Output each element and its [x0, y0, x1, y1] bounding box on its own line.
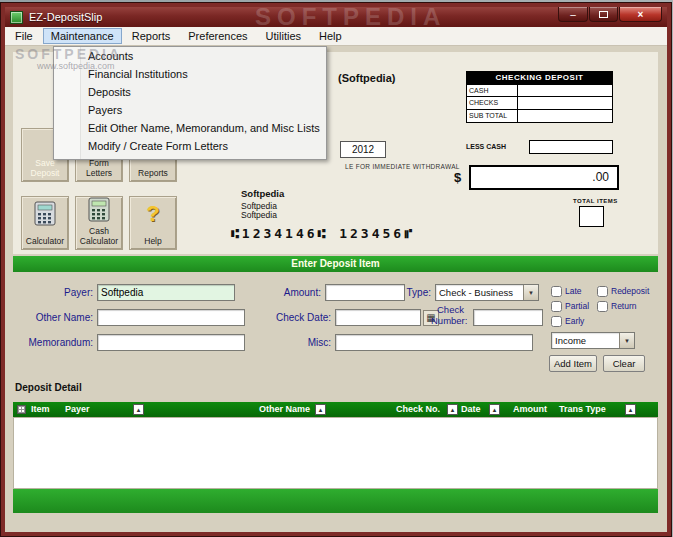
- check-number-label-line2: Number:: [431, 316, 467, 326]
- window-title: EZ-DepositSlip: [29, 11, 102, 23]
- category-dropdown-arrow-icon: ▼: [619, 333, 634, 348]
- slip-checks-label: CHECKS: [466, 97, 518, 110]
- check-number-label-line1: Check: [437, 305, 464, 315]
- type-select[interactable]: Check - Business ▼: [435, 284, 539, 301]
- menu-item-accounts[interactable]: Accounts: [54, 47, 326, 65]
- micr-line: ⑆1234146⑆ 123456⑈: [231, 226, 415, 241]
- slip-row-subtotal: SUB TOTAL: [466, 110, 613, 123]
- payer-label: Payer:: [5, 284, 93, 301]
- close-icon: ×: [638, 9, 644, 20]
- minimize-button[interactable]: –: [558, 7, 588, 22]
- early-checkbox[interactable]: [551, 316, 562, 327]
- late-checkbox[interactable]: [551, 286, 562, 297]
- slip-amount-box: .00: [469, 165, 619, 190]
- memorandum-label: Memorandum:: [5, 334, 93, 351]
- menu-file[interactable]: File: [7, 28, 41, 44]
- menu-reports[interactable]: Reports: [124, 28, 179, 44]
- payer-input[interactable]: [97, 284, 235, 301]
- menu-help[interactable]: Help: [311, 28, 350, 44]
- check-number-input[interactable]: [473, 309, 543, 326]
- slip-date-box: 2012: [340, 141, 386, 158]
- total-items-box: [579, 206, 604, 227]
- checking-deposit-header: CHECKING DEPOSIT: [466, 71, 613, 84]
- sort-check-no-icon[interactable]: ▴: [447, 404, 458, 415]
- slip-row-cash: CASH: [466, 84, 613, 97]
- checkbox-late[interactable]: Late: [551, 285, 582, 297]
- less-cash-box: [529, 140, 613, 154]
- screen: EZ-DepositSlip SOFTPEDIA – × File Mainte…: [0, 0, 673, 537]
- withdrawal-notice: LE FOR IMMEDIATE WITHDRAWAL: [345, 163, 460, 170]
- close-button[interactable]: ×: [619, 7, 662, 22]
- less-cash-label: LESS CASH: [466, 143, 506, 150]
- app-window: EZ-DepositSlip SOFTPEDIA – × File Mainte…: [1, 3, 671, 536]
- redeposit-checkbox[interactable]: [597, 286, 608, 297]
- menu-item-edit-lists[interactable]: Edit Other Name, Memorandum, and Misc Li…: [54, 119, 326, 137]
- checkbox-early[interactable]: Early: [551, 315, 584, 327]
- type-label: Type:: [375, 284, 431, 301]
- column-payer: Payer: [65, 404, 90, 414]
- menu-utilities[interactable]: Utilities: [258, 28, 309, 44]
- calculator-icon: [34, 201, 56, 230]
- menu-item-deposits[interactable]: Deposits: [54, 83, 326, 101]
- column-other-name: Other Name: [259, 404, 310, 414]
- column-trans-type: Trans Type: [559, 404, 606, 414]
- deposit-detail-list[interactable]: [13, 417, 658, 489]
- slip-subtotal-value: [518, 110, 613, 123]
- maintenance-dropdown-menu: Accounts Financial Institutions Deposits…: [53, 46, 327, 160]
- checkbox-return[interactable]: Return: [597, 300, 637, 312]
- cash-calculator-icon: [88, 197, 110, 226]
- deposit-detail-header-row: Item Payer ▴ Other Name ▴ Check No. ▴ Da…: [13, 402, 658, 417]
- checkbox-redeposit[interactable]: Redeposit: [597, 285, 649, 297]
- add-item-button[interactable]: Add Item: [549, 355, 597, 372]
- client-area: SOFTPEDIA www.softpedia.com (Softpedia) …: [5, 46, 667, 532]
- column-date: Date: [461, 404, 481, 414]
- category-select[interactable]: Income ▼: [551, 332, 635, 349]
- menu-item-payers[interactable]: Payers: [54, 101, 326, 119]
- total-items-label: TOTAL ITEMS: [573, 198, 618, 204]
- sort-date-icon[interactable]: ▴: [489, 404, 500, 415]
- deposit-detail-title: Deposit Detail: [15, 382, 82, 393]
- column-amount: Amount: [513, 404, 547, 414]
- type-dropdown-arrow-icon: ▼: [523, 285, 538, 300]
- column-item: Item: [31, 404, 50, 414]
- cash-calculator-button[interactable]: Cash Calculator: [75, 196, 123, 250]
- slip-subtotal-label: SUB TOTAL: [466, 110, 518, 123]
- sort-payer-icon[interactable]: ▴: [133, 404, 144, 415]
- maximize-button[interactable]: [589, 7, 618, 22]
- slip-name-line-3: Softpedia: [241, 210, 277, 220]
- menu-item-form-letters[interactable]: Modify / Create Form Letters: [54, 137, 326, 155]
- window-controls: – ×: [557, 7, 662, 22]
- amount-label: Amount:: [235, 284, 321, 301]
- check-date-label: Check Date:: [235, 309, 331, 326]
- memorandum-input[interactable]: [97, 334, 245, 351]
- slip-name-line-1: Softpedia: [241, 188, 284, 199]
- maximize-icon: [599, 11, 608, 18]
- checkbox-partial[interactable]: Partial: [551, 300, 589, 312]
- other-name-input[interactable]: [97, 309, 245, 326]
- menu-bar: File Maintenance Reports Preferences Uti…: [5, 27, 667, 46]
- title-bar[interactable]: EZ-DepositSlip SOFTPEDIA – ×: [5, 7, 667, 27]
- partial-checkbox[interactable]: [551, 301, 562, 312]
- clear-button[interactable]: Clear: [603, 355, 645, 372]
- dollar-sign: $: [454, 170, 461, 185]
- row-selector-icon: [17, 405, 26, 414]
- calculator-button[interactable]: Calculator: [21, 196, 69, 250]
- minimize-icon: –: [570, 9, 576, 20]
- sort-trans-type-icon[interactable]: ▴: [625, 404, 636, 415]
- menu-maintenance[interactable]: Maintenance: [43, 28, 122, 44]
- slip-row-checks: CHECKS: [466, 97, 613, 110]
- misc-input[interactable]: [335, 334, 533, 351]
- sort-other-name-icon[interactable]: ▴: [315, 404, 326, 415]
- slip-cash-label: CASH: [466, 84, 518, 97]
- status-bar: [13, 489, 658, 513]
- slip-cash-value: [518, 84, 613, 97]
- menu-preferences[interactable]: Preferences: [180, 28, 255, 44]
- help-button[interactable]: ? Help: [129, 196, 177, 250]
- app-icon: [10, 11, 23, 24]
- return-checkbox[interactable]: [597, 301, 608, 312]
- menu-item-financial-institutions[interactable]: Financial Institutions: [54, 65, 326, 83]
- enter-deposit-item-header: Enter Deposit Item: [13, 256, 658, 272]
- slip-payee-title: (Softpedia): [338, 72, 395, 84]
- check-date-input[interactable]: [335, 309, 421, 326]
- misc-label: Misc:: [235, 334, 331, 351]
